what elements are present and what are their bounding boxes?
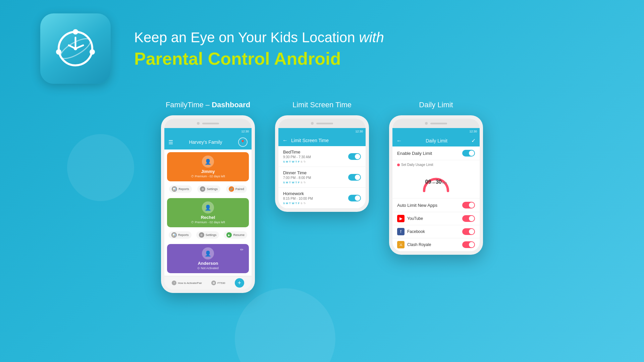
gauge-label-text: Set Daily Usage Limit <box>401 163 433 167</box>
clash-info: ⚔ Clash Royale <box>397 241 431 248</box>
dinner-time: 7:00 PM - 8:00 PM <box>283 176 311 180</box>
clash-item[interactable]: ⚔ Clash Royale <box>392 238 480 251</box>
svg-point-6 <box>90 49 95 55</box>
activate-btn[interactable]: ? How to Activate/Pair <box>172 281 202 285</box>
schedule-homework[interactable]: Homework 8:15 PM - 10:00 PM S M T W T F … <box>278 188 366 208</box>
youtube-item[interactable]: ▶ YouTube <box>392 212 480 225</box>
phone3-topbar <box>392 119 480 128</box>
facebook-item[interactable]: f Facebook <box>392 225 480 238</box>
auto-limit-row[interactable]: Auto Limit New Apps <box>392 198 480 212</box>
child-card-rechel[interactable]: 👤 Rechel ⏱ Premium - 02 days left <box>167 198 249 227</box>
phone1-appheader: ☰ Harvey's Family 📍 <box>164 135 252 149</box>
facebook-icon: f <box>397 228 405 235</box>
phone2-header: ← Limit Screen Time <box>278 135 366 146</box>
phone2-speaker <box>316 123 333 124</box>
gauge-hours: 09 <box>425 179 431 185</box>
enable-toggle[interactable] <box>462 150 475 157</box>
gauge-container[interactable]: 09 HR 30 MIN <box>397 169 475 195</box>
check-icon[interactable]: ✓ <box>471 137 476 144</box>
phone3-label: Daily Limit <box>419 101 453 109</box>
tagline: Keep an Eye on Your Kids Location with <box>134 28 384 47</box>
phone3-camera <box>425 122 428 125</box>
gauge-time-display: 09 HR 30 MIN <box>425 179 447 185</box>
phone3-speaker <box>430 123 447 124</box>
phone2-section: Limit Screen Time 12:30 ← Limit Screen T… <box>275 101 369 212</box>
jimmy-reports-btn[interactable]: 📊 Reports <box>169 185 192 193</box>
enable-daily-row[interactable]: Enable Daily Limit <box>392 146 480 160</box>
phone1-inner: 12:30 ☰ Harvey's Family 📍 👤 Jimmy ⏱ Prem… <box>164 119 252 290</box>
header-section: Keep an Eye on Your Kids Location with P… <box>0 0 644 97</box>
jimmy-paired-btn[interactable]: 🔗 Paired <box>226 185 247 193</box>
header-text-block: Keep an Eye on Your Kids Location with P… <box>124 28 384 69</box>
red-dot-icon <box>397 164 400 166</box>
gauge-mins: 30 <box>436 179 442 185</box>
rechel-actions: 📊 Reports ⚙ Settings ▶ Resume <box>164 230 252 241</box>
bedtime-toggle[interactable] <box>348 153 361 160</box>
phone1-bottombar: ? How to Activate/Pair ▦ FT530 + <box>164 276 252 290</box>
gauge-min-label: MIN <box>442 181 447 184</box>
homework-toggle[interactable] <box>348 195 361 201</box>
phone2-inner: 12:30 ← Limit Screen Time BedTime 9:30 P… <box>278 119 366 208</box>
youtube-icon: ▶ <box>397 215 405 222</box>
anderson-status: ⊙ Not Activated <box>171 266 245 270</box>
facebook-toggle[interactable] <box>462 228 475 235</box>
anderson-name: Anderson <box>171 261 245 266</box>
phone3-back-icon[interactable]: ← <box>396 138 402 144</box>
paired-label: Paired <box>235 187 244 191</box>
svg-point-5 <box>73 29 78 35</box>
ft-btn[interactable]: ▦ FT530 <box>211 281 225 285</box>
bedtime-info: BedTime 9:30 PM - 7:30 AM S M T W T F S … <box>283 149 311 163</box>
schedule-dinner[interactable]: Dinner Time 7:00 PM - 8:00 PM S M T W T … <box>278 167 366 188</box>
phone1-topbar <box>164 119 252 128</box>
facebook-name: Facebook <box>407 229 425 234</box>
back-arrow-icon[interactable]: ← <box>282 137 288 143</box>
gauge-hr-label: HR <box>431 181 435 184</box>
paired-icon: 🔗 <box>229 186 234 192</box>
ft-icon: ▦ <box>211 281 216 285</box>
gauge-label: Set Daily Usage Limit <box>397 163 475 167</box>
bedtime-days: S M T W T F S ↻ <box>283 160 311 163</box>
auto-limit-toggle[interactable] <box>462 202 475 208</box>
child-card-jimmy[interactable]: 👤 Jimmy ⏱ Premium - 02 days left <box>167 152 249 181</box>
reports-icon: 📊 <box>172 186 177 192</box>
youtube-name: YouTube <box>407 216 423 221</box>
enable-label: Enable Daily Limit <box>397 151 432 156</box>
jimmy-name: Jimmy <box>171 169 245 174</box>
rechel-avatar: 👤 <box>202 201 214 214</box>
rechel-settings-btn[interactable]: ⚙ Settings <box>196 231 219 239</box>
youtube-info: ▶ YouTube <box>397 215 423 222</box>
resume-icon: ▶ <box>226 232 232 238</box>
auto-limit-label: Auto Limit New Apps <box>397 203 437 208</box>
phone1-time: 12:30 <box>241 130 249 133</box>
rechel-settings-icon: ⚙ <box>199 232 204 238</box>
youtube-toggle[interactable] <box>462 215 475 222</box>
brand-text: Parental Control Android <box>134 49 384 69</box>
rechel-name: Rechel <box>171 215 245 220</box>
rechel-resume-btn[interactable]: ▶ Resume <box>224 231 247 239</box>
child-card-anderson[interactable]: ✏ 👤 Anderson ⊙ Not Activated <box>167 244 249 273</box>
phone1-frame: 12:30 ☰ Harvey's Family 📍 👤 Jimmy ⏱ Prem… <box>161 115 255 293</box>
schedule-bedtime[interactable]: BedTime 9:30 PM - 7:30 AM S M T W T F S … <box>278 146 366 167</box>
fab-label: + <box>238 280 241 287</box>
phone1-speaker <box>202 123 219 124</box>
facebook-info: f Facebook <box>397 228 425 235</box>
jimmy-settings-btn[interactable]: ⚙ Settings <box>197 185 220 193</box>
phone2-label: Limit Screen Time <box>292 101 352 109</box>
homework-info: Homework 8:15 PM - 10:00 PM S M T W T F … <box>283 191 313 205</box>
dinner-info: Dinner Time 7:00 PM - 8:00 PM S M T W T … <box>283 170 311 184</box>
location-icon: 📍 <box>238 137 248 147</box>
dinner-toggle[interactable] <box>348 174 361 181</box>
rechel-reports-icon: 📊 <box>171 232 177 238</box>
phone2-topbar <box>278 119 366 128</box>
edit-icon: ✏ <box>240 247 244 252</box>
fab-add-btn[interactable]: + <box>235 278 244 288</box>
phone2-frame: 12:30 ← Limit Screen Time BedTime 9:30 P… <box>275 115 369 212</box>
activate-label: How to Activate/Pair <box>178 282 202 285</box>
rechel-reports-btn[interactable]: 📊 Reports <box>169 231 192 239</box>
bedtime-time: 9:30 PM - 7:30 AM <box>283 155 311 159</box>
jimmy-actions: 📊 Reports ⚙ Settings 🔗 Paired <box>164 184 252 195</box>
bedtime-name: BedTime <box>283 149 311 155</box>
phone2-time: 12:30 <box>355 130 363 133</box>
clash-toggle[interactable] <box>462 241 475 248</box>
phone1-statusbar: 12:30 <box>164 128 252 135</box>
